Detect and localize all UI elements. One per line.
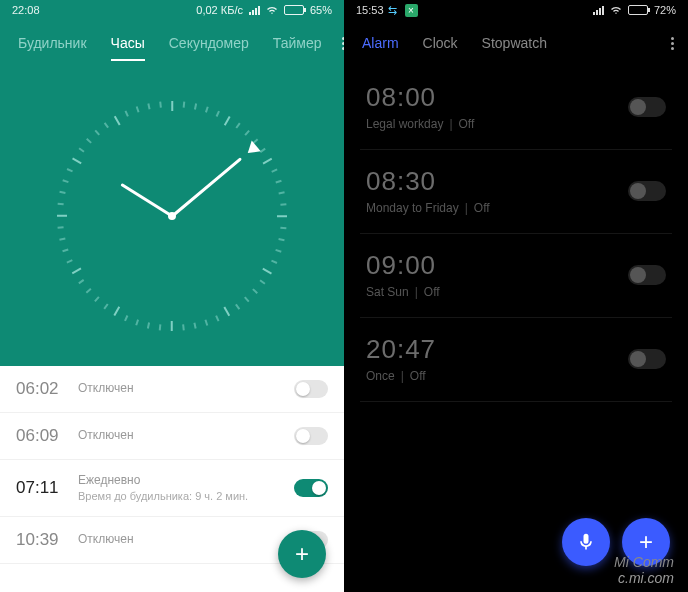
tabs-left: Будильник Часы Секундомер Таймер [0, 20, 344, 66]
battery-icon [628, 5, 648, 15]
status-badge-icon: × [405, 4, 418, 17]
alarm-time: 06:02 [16, 379, 78, 399]
signal-icon [249, 6, 260, 15]
alarm-toggle[interactable] [628, 181, 666, 201]
alarm-row[interactable]: 07:11 ЕжедневноВремя до будильника: 9 ч.… [0, 460, 344, 517]
alarm-row[interactable]: 06:02 Отключен [0, 366, 344, 413]
alarm-label: Once|Off [366, 369, 628, 383]
alarm-row[interactable]: 09:00 Sat Sun|Off [360, 234, 672, 318]
status-net-speed: 0,02 КБ/с [196, 4, 243, 16]
status-battery: 65% [310, 4, 332, 16]
alarm-time: 10:39 [16, 530, 78, 550]
alarm-row[interactable]: 08:00 Legal workday|Off [360, 66, 672, 150]
alarm-row[interactable]: 20:47 Once|Off [360, 318, 672, 402]
alarm-time: 09:00 [366, 250, 628, 281]
alarm-toggle[interactable] [628, 349, 666, 369]
statusbar-right: 15:53 ⇆ × 72% [344, 0, 688, 20]
alarm-time: 06:09 [16, 426, 78, 446]
clock-face [0, 66, 344, 366]
alarm-toggle[interactable] [294, 427, 328, 445]
add-alarm-button[interactable]: + [622, 518, 670, 566]
voice-button[interactable] [562, 518, 610, 566]
alarm-row[interactable]: 06:09 Отключен [0, 413, 344, 460]
alarm-list-right: 08:00 Legal workday|Off 08:30 Monday to … [344, 66, 688, 402]
plus-icon: + [639, 528, 653, 556]
alarm-label: Sat Sun|Off [366, 285, 628, 299]
alarm-label: Отключен [78, 381, 294, 397]
status-battery: 72% [654, 4, 676, 16]
tab-alarm[interactable]: Alarm [354, 29, 407, 57]
mic-icon [576, 532, 596, 552]
tabs-right: Alarm Clock Stopwatch [344, 20, 688, 66]
tab-alarm[interactable]: Будильник [10, 29, 95, 57]
battery-icon [284, 5, 304, 15]
alarm-label: ЕжедневноВремя до будильника: 9 ч. 2 мин… [78, 473, 294, 503]
tab-stopwatch[interactable]: Секундомер [161, 29, 257, 57]
alarm-time: 08:00 [366, 82, 628, 113]
alarm-label: Отключен [78, 428, 294, 444]
clock-center [168, 212, 176, 220]
tab-stopwatch[interactable]: Stopwatch [474, 29, 555, 57]
add-alarm-button[interactable]: + [278, 530, 326, 578]
status-time: 15:53 [356, 4, 384, 16]
alarm-time: 08:30 [366, 166, 628, 197]
tab-clock[interactable]: Часы [103, 29, 153, 57]
alarm-toggle[interactable] [294, 479, 328, 497]
signal-icon [593, 6, 604, 15]
phone-left: 22:08 0,02 КБ/с 65% Будильник Часы Секун… [0, 0, 344, 592]
alarm-toggle[interactable] [294, 380, 328, 398]
phone-right: 15:53 ⇆ × 72% Alarm Clock Stopwatch 08:0… [344, 0, 688, 592]
plus-icon: + [295, 540, 309, 568]
status-time: 22:08 [12, 4, 40, 16]
statusbar-left: 22:08 0,02 КБ/с 65% [0, 0, 344, 20]
alarm-time: 07:11 [16, 478, 78, 498]
wifi-icon [610, 4, 622, 16]
alarm-label: Legal workday|Off [366, 117, 628, 131]
tab-timer[interactable]: Таймер [265, 29, 330, 57]
overflow-menu[interactable] [667, 33, 678, 54]
alarm-toggle[interactable] [628, 265, 666, 285]
alarm-row[interactable]: 08:30 Monday to Friday|Off [360, 150, 672, 234]
alarm-toggle[interactable] [628, 97, 666, 117]
alarm-time: 20:47 [366, 334, 628, 365]
alarm-label: Отключен [78, 532, 294, 548]
tab-clock[interactable]: Clock [415, 29, 466, 57]
wifi-icon [266, 4, 278, 16]
alarm-label: Monday to Friday|Off [366, 201, 628, 215]
